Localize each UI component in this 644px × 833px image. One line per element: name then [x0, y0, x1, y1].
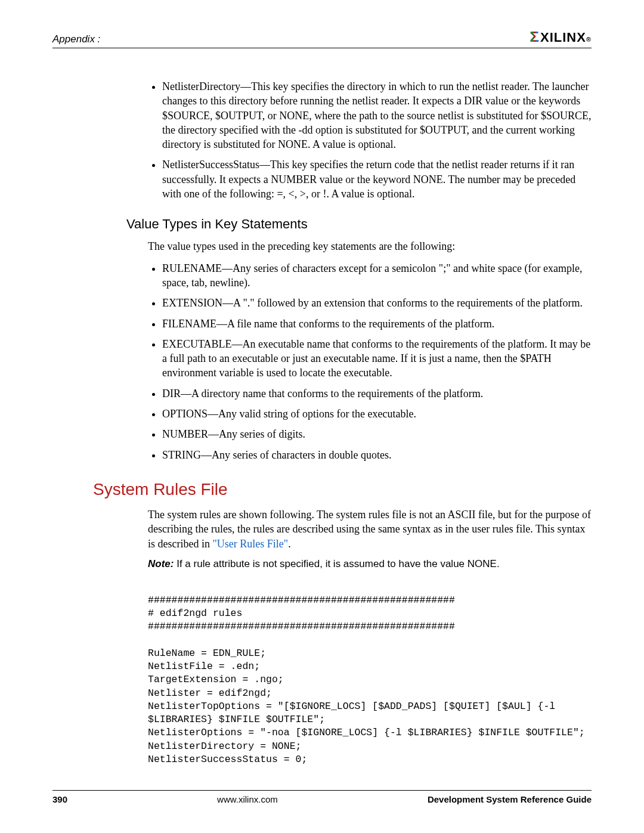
note-label: Note:: [148, 558, 174, 569]
footer-url[interactable]: www.xilinx.com: [217, 794, 278, 804]
list-item: NetlisterSuccessStatus—This key specifie…: [162, 157, 592, 201]
code-block: ########################################…: [148, 594, 592, 766]
page-number: 390: [52, 794, 67, 804]
note-body: If a rule attribute is not specified, it…: [174, 558, 499, 569]
logo-registered-icon: ®: [586, 36, 592, 43]
list-item: NetlisterDirectory—This key specifies th…: [162, 79, 592, 151]
list-item: EXTENSION—A "." followed by an extension…: [162, 296, 592, 310]
value-types-list: RULENAME—Any series of characters except…: [148, 261, 592, 462]
page-footer: 390 www.xilinx.com Development System Re…: [52, 790, 592, 804]
list-item: EXECUTABLE—An executable name that confo…: [162, 337, 592, 380]
logo-text: XILINX: [540, 30, 586, 45]
note: Note: If a rule attribute is not specifi…: [148, 558, 592, 570]
page-body: NetlisterDirectory—This key specifies th…: [52, 48, 592, 766]
list-item: FILENAME—A file name that conforms to th…: [162, 317, 592, 331]
heading-value-types: Value Types in Key Statements: [126, 216, 592, 232]
list-item: DIR—A directory name that conforms to th…: [162, 386, 592, 401]
intro-bullet-list: NetlisterDirectory—This key specifies th…: [148, 79, 592, 201]
list-item: NUMBER—Any series of digits.: [162, 427, 592, 441]
user-rules-file-link[interactable]: "User Rules File": [212, 538, 288, 550]
para-text-post: .: [288, 538, 291, 550]
xilinx-logo: Σ XILINX ®: [530, 29, 592, 45]
page-header: Appendix : Σ XILINX ®: [52, 29, 592, 48]
appendix-label: Appendix :: [52, 33, 100, 45]
list-item: RULENAME—Any series of characters except…: [162, 261, 592, 290]
list-item: OPTIONS—Any valid string of options for …: [162, 407, 592, 421]
heading-system-rules: System Rules File: [52, 480, 592, 499]
logo-x-icon: Σ: [530, 29, 540, 45]
value-types-intro: The value types used in the preceding ke…: [148, 239, 592, 253]
footer-doc-title: Development System Reference Guide: [428, 794, 592, 804]
list-item: STRING—Any series of characters in doubl…: [162, 448, 592, 462]
system-rules-para: The system rules are shown following. Th…: [148, 507, 592, 551]
